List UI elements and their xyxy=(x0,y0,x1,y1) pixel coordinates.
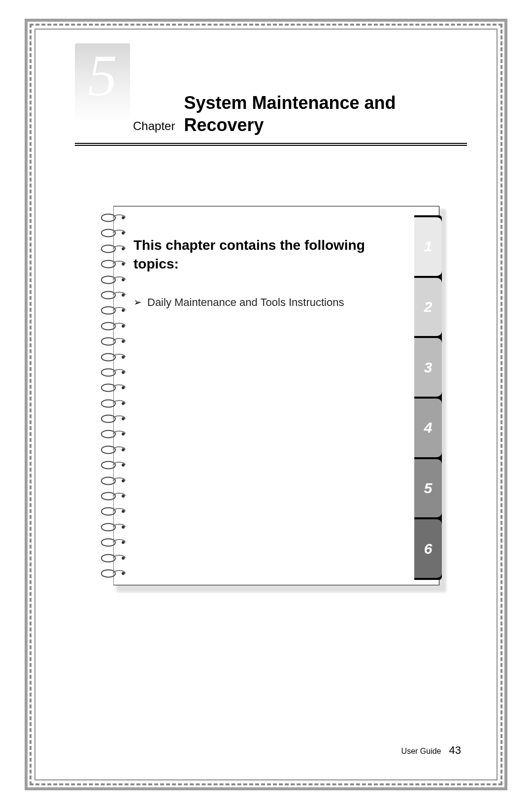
svg-point-6 xyxy=(122,309,125,312)
spiral-ring-icon xyxy=(99,367,128,378)
notebook-content: This chapter contains the following topi… xyxy=(133,236,382,316)
chapter-title: System Maintenance and Recovery xyxy=(184,92,467,136)
index-tab: 5 xyxy=(414,459,442,518)
svg-point-5 xyxy=(122,294,125,297)
page-outer-border: 5 Chapter System Maintenance and Recover… xyxy=(25,19,507,790)
spiral-ring-icon xyxy=(99,475,128,487)
svg-point-20 xyxy=(122,526,125,529)
svg-point-19 xyxy=(122,510,125,513)
spiral-ring-icon xyxy=(99,537,128,548)
spiral-ring-icon xyxy=(99,304,128,316)
topics-list: Daily Maintenance and Tools Instructions xyxy=(133,296,382,309)
index-tab: 6 xyxy=(414,519,442,578)
spiral-ring-icon xyxy=(99,521,128,533)
svg-point-4 xyxy=(122,278,125,281)
spiral-ring-icon xyxy=(99,459,128,471)
index-tab: 2 xyxy=(414,278,442,337)
svg-point-3 xyxy=(122,263,125,266)
svg-point-0 xyxy=(122,216,125,219)
svg-point-9 xyxy=(122,356,125,359)
topics-notebook: 123456 This chapter contains the followi… xyxy=(90,206,439,585)
spiral-ring-icon xyxy=(99,336,128,347)
index-tabs: 123456 xyxy=(414,215,442,580)
chapter-label: Chapter xyxy=(133,119,175,136)
spiral-ring-icon xyxy=(99,568,128,579)
svg-point-22 xyxy=(122,557,125,560)
spiral-ring-icon xyxy=(99,351,128,363)
spiral-ring-icon xyxy=(99,274,128,286)
index-tab: 1 xyxy=(414,217,442,276)
page-inner-border: 5 Chapter System Maintenance and Recover… xyxy=(34,29,498,780)
spiral-ring-icon xyxy=(99,506,128,517)
svg-point-23 xyxy=(122,572,125,575)
footer-label: User Guide xyxy=(401,747,441,756)
notebook-page: 123456 This chapter contains the followi… xyxy=(113,206,439,585)
spiral-ring-icon xyxy=(99,428,128,440)
spiral-ring-icon xyxy=(99,444,128,456)
svg-point-21 xyxy=(122,541,125,544)
spiral-ring-icon xyxy=(99,413,128,425)
spiral-binding xyxy=(99,212,128,579)
svg-point-16 xyxy=(122,464,125,467)
footer-page-number: 43 xyxy=(449,744,461,757)
page-dashed-border: 5 Chapter System Maintenance and Recover… xyxy=(30,24,502,785)
spiral-ring-icon xyxy=(99,258,128,270)
spiral-ring-icon xyxy=(99,212,128,224)
svg-point-1 xyxy=(122,232,125,235)
page-footer: User Guide 43 xyxy=(401,744,461,757)
spiral-ring-icon xyxy=(99,382,128,394)
spiral-ring-icon xyxy=(99,490,128,502)
topics-heading: This chapter contains the following topi… xyxy=(133,236,382,273)
svg-point-7 xyxy=(122,325,125,328)
svg-point-10 xyxy=(122,371,125,374)
svg-point-18 xyxy=(122,495,125,498)
index-tab: 3 xyxy=(414,338,442,397)
spiral-ring-icon xyxy=(99,289,128,301)
topic-item: Daily Maintenance and Tools Instructions xyxy=(133,296,382,309)
svg-point-8 xyxy=(122,340,125,343)
chapter-number-badge: 5 xyxy=(75,43,130,122)
spiral-ring-icon xyxy=(99,320,128,332)
chapter-number: 5 xyxy=(88,43,117,105)
spiral-ring-icon xyxy=(99,552,128,564)
svg-point-17 xyxy=(122,479,125,482)
svg-point-13 xyxy=(122,417,125,420)
spiral-ring-icon xyxy=(99,227,128,239)
svg-point-12 xyxy=(122,402,125,405)
spiral-ring-icon xyxy=(99,243,128,255)
index-tab: 4 xyxy=(414,399,442,457)
svg-point-2 xyxy=(122,247,125,250)
chapter-header: 5 Chapter System Maintenance and Recover… xyxy=(75,64,467,146)
svg-point-11 xyxy=(122,386,125,389)
svg-point-14 xyxy=(122,433,125,436)
svg-point-15 xyxy=(122,448,125,451)
spiral-ring-icon xyxy=(99,398,128,409)
